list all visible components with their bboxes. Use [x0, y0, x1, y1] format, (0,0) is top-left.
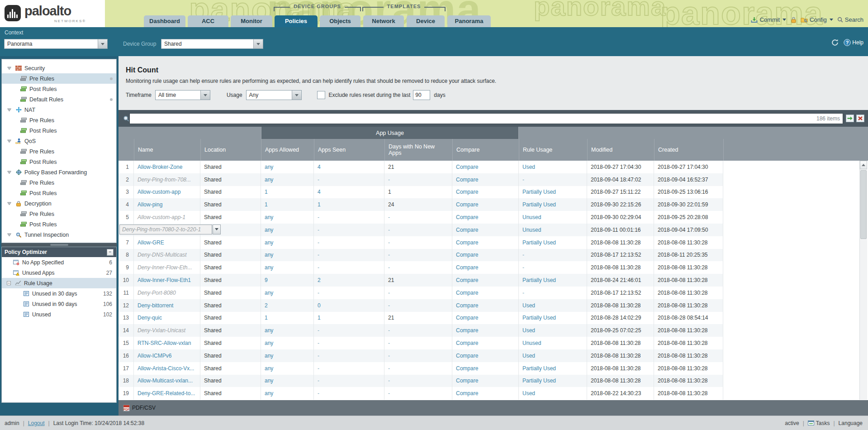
commit-button[interactable]: Commit [751, 16, 786, 23]
search-button[interactable]: Search [837, 16, 863, 23]
cell-value[interactable]: any [265, 264, 273, 271]
compare-link[interactable]: Compare [456, 227, 478, 233]
compare-link[interactable]: Compare [456, 177, 478, 183]
timeframe-select[interactable]: All time [155, 90, 210, 100]
cell-value[interactable]: any [265, 327, 273, 334]
column-header-apps-allowed[interactable]: Apps Allowed [261, 139, 314, 161]
pdf-csv-button[interactable]: PDF/CSV [132, 405, 156, 411]
device-group-select[interactable]: Shared [161, 39, 263, 49]
cell-value[interactable]: 1 [318, 201, 321, 208]
tab-objects[interactable]: Objects [320, 15, 360, 27]
rule-usage-link[interactable]: Used [522, 327, 535, 334]
tab-network[interactable]: Network [363, 15, 404, 27]
compare-link[interactable]: Compare [456, 365, 478, 372]
tree-node-qos-post-rules[interactable]: Post Rules [2, 157, 116, 167]
tab-device[interactable]: Device [407, 15, 445, 27]
rule-name-link[interactable]: Allow-custom-app [138, 189, 180, 195]
exclude-days-input[interactable] [413, 90, 430, 100]
clear-filter-icon[interactable] [856, 115, 864, 122]
context-select[interactable]: Panorama [4, 39, 108, 49]
tree-node-policy-based-forwarding[interactable]: Policy Based Forwarding [2, 167, 116, 177]
compare-link[interactable]: Compare [456, 377, 478, 384]
help-button[interactable]: ? Help [844, 39, 863, 46]
cell-value[interactable]: 4 [318, 164, 321, 170]
apply-filter-icon[interactable] [846, 115, 854, 122]
rule-usage-link[interactable]: Used [522, 302, 535, 309]
cell-value[interactable]: 2 [318, 277, 321, 283]
rule-name-link[interactable]: Allow-ping [138, 201, 162, 208]
tree-node-security-pre-rules[interactable]: Pre Rules [2, 73, 116, 84]
rule-name-link[interactable]: RTN-SRC-Allow-vxlan [138, 340, 191, 346]
cell-value[interactable]: any [265, 340, 273, 346]
column-header-rule-usage[interactable]: Rule Usage [519, 139, 587, 161]
rule-usage-link[interactable]: Unused [522, 340, 541, 346]
rule-name-link[interactable]: Allow-Arista-Cisco-Vx... [138, 365, 194, 372]
rule-name-link[interactable]: Deny-GRE-Related-to... [138, 390, 195, 397]
cell-value[interactable]: any [265, 365, 273, 372]
tree-node-qos-pre-rules[interactable]: Pre Rules [2, 146, 116, 157]
cell-value[interactable]: any [265, 290, 273, 296]
compare-link[interactable]: Compare [456, 315, 478, 321]
cell-value[interactable]: 1 [265, 315, 268, 321]
optimizer-item-unused-in-30-days[interactable]: Unused in 30 days132 [2, 288, 116, 299]
rule-name-link[interactable]: Deny-DNS-Multicast [138, 252, 187, 258]
cell-value[interactable]: any [265, 377, 273, 384]
tree-node-decryption-post-rules[interactable]: Post Rules [2, 219, 116, 229]
optimizer-item-unused[interactable]: Unused102 [2, 309, 116, 320]
compare-link[interactable]: Compare [456, 201, 478, 208]
tasks-button[interactable]: Tasks [808, 420, 830, 426]
rule-name-link[interactable]: Deny-quic [138, 315, 162, 321]
rule-usage-link[interactable]: Partially Used [522, 365, 556, 372]
tree-node-nat-post-rules[interactable]: Post Rules [2, 125, 116, 136]
tree-node-qos[interactable]: QoSQoS [2, 136, 116, 146]
rule-name-link[interactable]: Deny-Inner-Flow-Eth... [138, 264, 192, 271]
rule-name-link[interactable]: Deny-Port-8080 [138, 290, 176, 296]
rule-name-link[interactable]: Deny-bittorrent [138, 302, 173, 309]
rule-usage-link[interactable]: Used [522, 353, 535, 359]
tab-policies[interactable]: Policies [275, 15, 318, 27]
cell-value[interactable]: 4 [318, 189, 321, 195]
rule-usage-link[interactable]: Used [522, 390, 535, 397]
rule-name-link[interactable]: Allow-Broker-Zone [138, 164, 182, 170]
chevron-down-icon[interactable] [253, 39, 263, 48]
rule-name-link[interactable]: Deny-Ping-from-708... [138, 177, 191, 183]
scrollbar-thumb[interactable] [860, 170, 867, 239]
cell-value[interactable]: 1 [265, 189, 268, 195]
cell-value[interactable]: 1 [265, 201, 268, 208]
column-header-location[interactable]: Location [200, 139, 261, 161]
cell-value[interactable]: 1 [318, 315, 321, 321]
rule-name-link[interactable]: Allow-custom-app-1 [138, 214, 185, 220]
column-header-apps-seen[interactable]: Apps Seen [314, 139, 384, 161]
rule-usage-link[interactable]: Partially Used [522, 377, 556, 384]
usage-select[interactable]: Any [246, 90, 302, 100]
cell-value[interactable]: any [265, 252, 273, 258]
rule-usage-link[interactable]: Partially Used [522, 201, 556, 208]
compare-link[interactable]: Compare [456, 302, 478, 309]
tree-node-nat[interactable]: NAT [2, 105, 116, 115]
scroll-up-icon[interactable] [860, 161, 867, 169]
compare-link[interactable]: Compare [456, 327, 478, 334]
rule-name-link[interactable]: Deny-Vxlan-Unicast [138, 327, 185, 334]
cell-value[interactable]: 9 [265, 277, 268, 283]
compare-link[interactable]: Compare [456, 353, 478, 359]
rule-usage-link[interactable]: Partially Used [522, 315, 556, 321]
lock-icon[interactable] [790, 17, 797, 23]
column-header-modified[interactable]: Modified [587, 139, 654, 161]
compare-link[interactable]: Compare [456, 214, 478, 220]
tab-monitor[interactable]: Monitor [231, 15, 272, 27]
rule-name-link[interactable]: Allow-Multicast-vxlan... [138, 377, 193, 384]
column-header-name[interactable]: Name [134, 139, 200, 161]
rule-name-editor[interactable]: Deny-Ping-from-7080-2-to-220-1 [134, 225, 200, 234]
column-header-compare[interactable]: Compare [452, 139, 519, 161]
cell-value[interactable]: any [265, 177, 273, 183]
compare-link[interactable]: Compare [456, 290, 478, 296]
cell-value[interactable]: 0 [318, 302, 321, 309]
rule-usage-link[interactable]: Unused [522, 227, 541, 233]
tree-node-decryption[interactable]: Decryption [2, 198, 116, 209]
cell-value[interactable]: any [265, 239, 273, 246]
optimizer-item-unused-in-90-days[interactable]: Unused in 90 days106 [2, 299, 116, 309]
tree-node-tunnel-inspection[interactable]: Tunnel Inspection [2, 229, 116, 240]
tree-node-decryption-pre-rules[interactable]: Pre Rules [2, 209, 116, 219]
compare-link[interactable]: Compare [456, 252, 478, 258]
tree-node-security-post-rules[interactable]: Post Rules [2, 84, 116, 94]
